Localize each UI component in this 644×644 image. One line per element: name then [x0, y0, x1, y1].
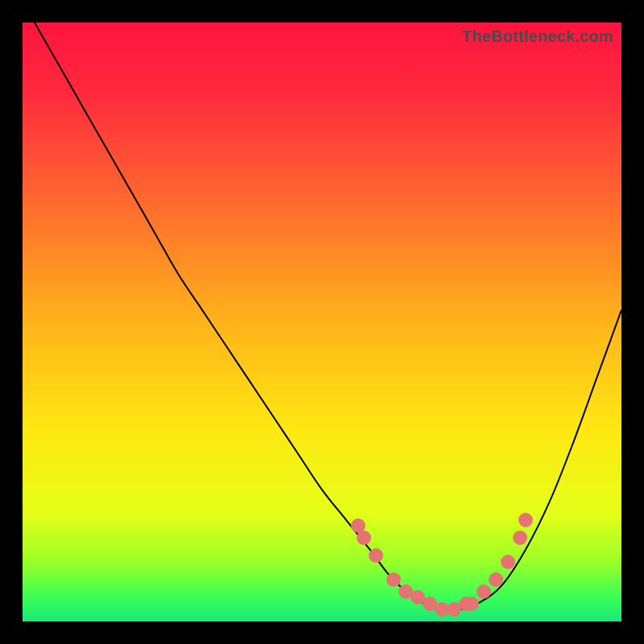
highlight-dot — [464, 597, 479, 611]
watermark-text: TheBottleneck.com — [462, 27, 613, 46]
highlight-dot — [386, 572, 401, 587]
highlight-dot — [513, 530, 527, 545]
chart-plot-area: TheBottleneck.com — [23, 23, 621, 621]
highlight-dot — [501, 555, 515, 569]
highlight-dot — [369, 548, 383, 563]
highlight-dot — [477, 584, 491, 599]
bottleneck-curve — [23, 23, 621, 621]
highlight-dot — [489, 572, 503, 587]
highlight-dot — [518, 513, 533, 527]
highlight-dot — [357, 530, 371, 545]
chart-frame: TheBottleneck.com — [0, 0, 644, 644]
